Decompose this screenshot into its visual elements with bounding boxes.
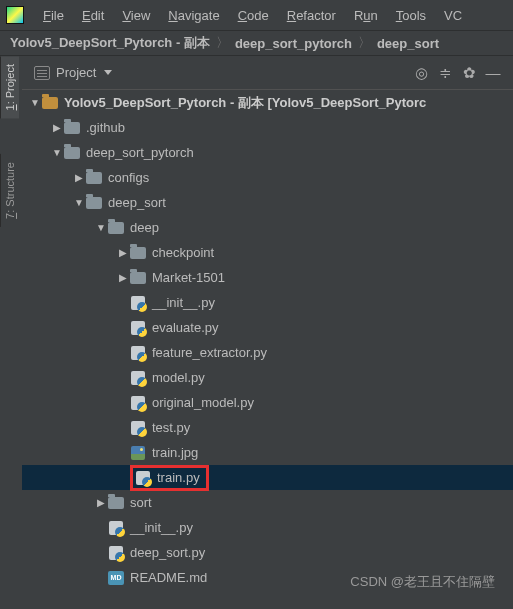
tree-folder[interactable]: ▶.github [22,115,513,140]
watermark: CSDN @老王且不住隔壁 [350,573,495,591]
project-icon [34,66,50,80]
expand-arrow[interactable]: ▼ [28,97,42,108]
python-file-icon [131,346,145,360]
python-file-icon [136,471,150,485]
chevron-down-icon [104,70,112,75]
menu-refactor[interactable]: Refactor [278,4,345,27]
annotation-highlight: train.py [130,465,209,491]
expand-arrow[interactable]: ▶ [72,172,86,183]
expand-arrow[interactable]: ▶ [116,247,130,258]
menu-bar: File Edit View Navigate Code Refactor Ru… [0,0,513,30]
expand-arrow[interactable]: ▶ [116,272,130,283]
expand-arrow[interactable]: ▼ [94,222,108,233]
markdown-file-icon: MD [108,571,124,585]
menu-file[interactable]: File [34,4,73,27]
tree-file[interactable]: ▶__init__.py [22,515,513,540]
menu-tools[interactable]: Tools [387,4,435,27]
tree-file[interactable]: ▶model.py [22,365,513,390]
python-file-icon [131,371,145,385]
expand-all-icon[interactable]: ≑ [433,61,457,85]
breadcrumb-item[interactable]: deep_sort_pytorch [235,36,352,51]
folder-icon [130,247,146,259]
tree-file-selected[interactable]: ▶ train.py [22,465,513,490]
tree-folder[interactable]: ▼deep_sort [22,190,513,215]
expand-arrow[interactable]: ▶ [94,497,108,508]
project-toolbar: Project ◎ ≑ ✿ — [0,56,513,90]
chevron-right-icon: 〉 [216,34,229,52]
folder-icon [108,222,124,234]
breadcrumb: Yolov5_DeepSort_Pytorch - 副本 〉 deep_sort… [0,30,513,56]
side-tab-structure[interactable]: 7: Structure [0,154,19,227]
breadcrumb-item[interactable]: Yolov5_DeepSort_Pytorch - 副本 [10,34,210,52]
settings-icon[interactable]: ✿ [457,61,481,85]
expand-arrow[interactable]: ▼ [72,197,86,208]
left-gutter: 1: Project 7: Structure [0,56,22,227]
folder-icon [130,272,146,284]
menu-view[interactable]: View [113,4,159,27]
app-logo [6,6,24,24]
folder-icon [64,147,80,159]
tree-file[interactable]: ▶train.jpg [22,440,513,465]
menu-vcs[interactable]: VC [435,4,471,27]
tree-file[interactable]: ▶test.py [22,415,513,440]
tree-folder[interactable]: ▶configs [22,165,513,190]
tree-root[interactable]: ▼ Yolov5_DeepSort_Pytorch - 副本 [Yolov5_D… [22,90,513,115]
expand-arrow[interactable]: ▼ [50,147,64,158]
project-tree: ▼ Yolov5_DeepSort_Pytorch - 副本 [Yolov5_D… [22,90,513,609]
tree-folder[interactable]: ▶Market-1501 [22,265,513,290]
tree-file[interactable]: ▶deep_sort.py [22,540,513,565]
python-file-icon [109,546,123,560]
menu-edit[interactable]: Edit [73,4,113,27]
folder-icon [64,122,80,134]
tree-folder[interactable]: ▼deep_sort_pytorch [22,140,513,165]
python-file-icon [131,321,145,335]
project-label: Project [56,65,96,80]
hide-icon[interactable]: — [481,61,505,85]
locate-icon[interactable]: ◎ [409,61,433,85]
python-file-icon [131,296,145,310]
tree-folder[interactable]: ▶checkpoint [22,240,513,265]
tree-file[interactable]: ▶original_model.py [22,390,513,415]
menu-navigate[interactable]: Navigate [159,4,228,27]
project-view-selector[interactable]: Project [34,65,112,80]
image-file-icon [131,446,145,460]
tree-folder[interactable]: ▶sort [22,490,513,515]
folder-icon [42,97,58,109]
tree-file[interactable]: ▶evaluate.py [22,315,513,340]
python-file-icon [131,421,145,435]
breadcrumb-item[interactable]: deep_sort [377,36,439,51]
chevron-right-icon: 〉 [358,34,371,52]
folder-icon [108,497,124,509]
menu-code[interactable]: Code [229,4,278,27]
folder-icon [86,197,102,209]
tree-folder[interactable]: ▼deep [22,215,513,240]
python-file-icon [131,396,145,410]
expand-arrow[interactable]: ▶ [50,122,64,133]
folder-icon [86,172,102,184]
tree-file[interactable]: ▶feature_extractor.py [22,340,513,365]
side-tab-project[interactable]: 1: Project [0,56,19,118]
menu-run[interactable]: Run [345,4,387,27]
tree-file[interactable]: ▶__init__.py [22,290,513,315]
python-file-icon [109,521,123,535]
